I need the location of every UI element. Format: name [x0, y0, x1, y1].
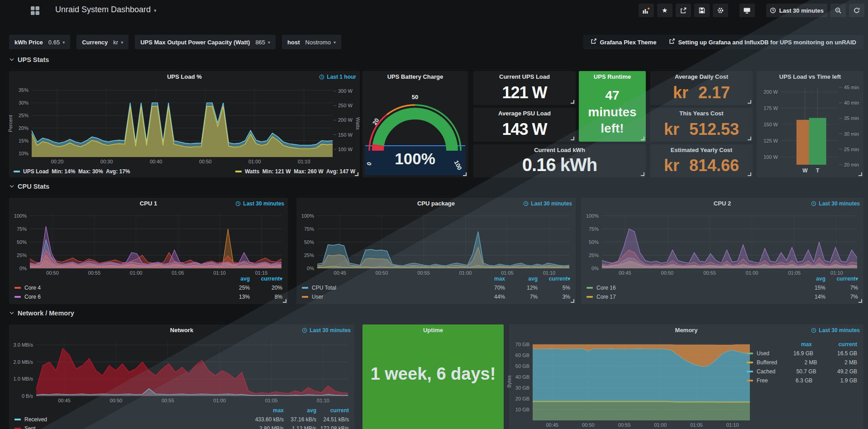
gauge-value-arc	[378, 114, 452, 151]
legend-row[interactable]: Received433.60 kB/s37.16 kB/s24.51 kB/s	[14, 415, 349, 424]
svg-text:1.0 MB/s: 1.0 MB/s	[14, 376, 33, 381]
chevron-down-icon: ▾	[121, 40, 123, 45]
section-ups-stats[interactable]: UPS Stats	[9, 56, 49, 63]
cycle-view-button[interactable]	[739, 4, 755, 17]
svg-text:30 min: 30 min	[844, 131, 859, 137]
svg-text:75%: 75%	[304, 226, 314, 232]
variable-kwh-price[interactable]: kWh Price 0.65▾	[9, 35, 70, 49]
legend-item[interactable]: UPS Load Min: 14% Max: 30% Avg: 17%	[14, 168, 130, 175]
panel-title[interactable]: CPU package Last 30 minutes	[296, 198, 576, 210]
svg-text:45 min: 45 min	[844, 85, 859, 90]
panel-title[interactable]: UPS Runtime	[579, 71, 646, 83]
panel-title[interactable]: Average PSU Load	[473, 108, 576, 119]
svg-text:20 min: 20 min	[844, 162, 859, 167]
panel-time-range[interactable]: Last 30 minutes	[811, 198, 860, 210]
variable-ups-max-output[interactable]: UPS Max Output Power Capacity (Watt) 865…	[135, 35, 276, 49]
section-cpu-stats[interactable]: CPU Stats	[9, 183, 49, 190]
memory-chart[interactable]: 10 GB20 GB30 GB40 GB50 GB60 GB70 GB00:45…	[511, 336, 754, 429]
svg-text:00:55: 00:55	[618, 422, 631, 428]
ups-load-chart[interactable]: 10%15%20%25%30%35%100 W150 W200 W250 W30…	[11, 83, 358, 165]
legend-row[interactable]: Cached50.7 GB49.2 GB	[747, 367, 857, 376]
panel-title[interactable]: Uptime	[362, 324, 504, 336]
legend-row[interactable]: User44%7%3%	[302, 292, 570, 301]
svg-text:25%: 25%	[17, 253, 27, 258]
legend-row[interactable]: Used16.9 GB16.5 GB	[747, 349, 857, 358]
stat-value: 0.16 kWh	[522, 153, 597, 177]
svg-text:01:10: 01:10	[298, 159, 310, 164]
legend-row[interactable]: Sent2.80 MB/s1.12 MB/s172.08 kB/s	[14, 424, 349, 429]
cpu-package-chart[interactable]: 0%25%50%75%100%00:4500:5000:5501:0001:05…	[298, 210, 574, 276]
panel-title[interactable]: Memory Last 30 minutes	[509, 324, 863, 336]
memory-legend[interactable]: maxcurrentUsed16.9 GB16.5 GBBuffered2 MB…	[747, 340, 857, 385]
svg-text:25%: 25%	[19, 113, 29, 118]
svg-text:0%: 0%	[307, 266, 314, 271]
legend-row[interactable]: Buffered2 MB2 MB	[747, 358, 857, 367]
network-legend[interactable]: maxavgcurrentReceived433.60 kB/s37.16 kB…	[14, 406, 349, 429]
chevron-down-icon: ▾	[154, 8, 157, 13]
panel-title[interactable]: CPU 1 Last 30 minutes	[9, 198, 288, 210]
cpu2-legend[interactable]: avgcurrent▾Core 1615%7%Core 1714%7%	[587, 274, 858, 301]
dashboard-links: Grafana Plex Theme Setting up Grafana an…	[583, 35, 863, 49]
panel-title[interactable]: UPS Battery Charge	[362, 71, 468, 83]
time-range-picker[interactable]: Last 30 minutes	[766, 4, 827, 17]
svg-text:100 W: 100 W	[763, 154, 778, 160]
svg-text:00:55: 00:55	[162, 398, 174, 403]
gauge-value: 100%	[395, 150, 435, 167]
clock-icon	[811, 328, 816, 333]
ups-bar-chart[interactable]: 100 W125 W150 W175 W200 W45 min40 min35 …	[758, 83, 862, 176]
panel-title[interactable]: Current UPS Load	[473, 71, 576, 83]
variable-value[interactable]: Nostromo	[305, 39, 331, 46]
panel-title[interactable]: This Years Cost	[650, 108, 753, 119]
save-button[interactable]	[694, 4, 710, 17]
panel-time-range[interactable]: Last 30 minutes	[523, 198, 572, 210]
star-button[interactable]: ★	[657, 4, 672, 17]
clock-icon	[523, 201, 529, 206]
cpu1-legend[interactable]: avgcurrent▾Core 425%20%Core 613%8%	[14, 274, 282, 301]
network-chart[interactable]: 0 B/s1.0 MB/s2.0 MB/s3.0 MB/s00:4500:500…	[11, 336, 353, 403]
legend-row[interactable]: Free6.3 GB1.9 GB	[747, 376, 857, 385]
variable-value[interactable]: 865	[255, 39, 265, 46]
link-grafana-plex-theme[interactable]: Grafana Plex Theme	[591, 38, 656, 46]
apps-grid-icon[interactable]	[31, 6, 39, 17]
settings-button[interactable]	[713, 4, 728, 17]
ups-load-legend[interactable]: UPS Load Min: 14% Max: 30% Avg: 17%Watts…	[14, 168, 355, 175]
share-button[interactable]	[676, 4, 691, 17]
legend-row[interactable]: Core 1714%7%	[587, 292, 858, 301]
legend-row[interactable]: Core 425%20%	[14, 283, 282, 292]
legend-row[interactable]: CPU Total70%12%5%	[302, 283, 570, 292]
variable-host[interactable]: host Nostromo▾	[282, 35, 341, 49]
panel-title[interactable]: UPS Load % Last 1 hour	[9, 71, 360, 83]
section-network-memory[interactable]: Network / Memory	[9, 310, 74, 317]
zoom-out-button[interactable]	[830, 4, 846, 17]
panel-title[interactable]: Network Last 30 minutes	[9, 324, 354, 336]
panel-time-range[interactable]: Last 30 minutes	[302, 324, 351, 336]
dashboard-title[interactable]: Unraid System Dashboard▾	[55, 5, 157, 14]
add-panel-button[interactable]	[639, 4, 654, 17]
panel-time-range[interactable]: Last 30 minutes	[235, 198, 284, 210]
panel-time-range[interactable]: Last 30 minutes	[811, 324, 860, 336]
legend-item[interactable]: Watts Min: 121 W Max: 260 W Avg: 147 W	[235, 168, 355, 175]
panel-cpu1: CPU 1 Last 30 minutes 0%25%50%75%100%00:…	[9, 198, 288, 304]
cpu-package-legend[interactable]: maxavgcurrent▾CPU Total70%12%5%User44%7%…	[302, 274, 570, 301]
variable-currency[interactable]: Currency kr▾	[76, 35, 129, 49]
panel-title[interactable]: CPU 2 Last 30 minutes	[581, 198, 863, 210]
legend-row[interactable]: Core 1615%7%	[587, 283, 858, 292]
panel-title[interactable]: UPS Load vs Time left	[757, 71, 863, 83]
svg-text:01:00: 01:00	[248, 159, 261, 164]
section-title: Network / Memory	[18, 310, 74, 317]
search-icon	[835, 7, 842, 14]
link-label: Setting up Grafana and InfluxDB for UPS …	[678, 39, 856, 46]
variable-value[interactable]: kr	[113, 39, 118, 46]
panel-title[interactable]: Estimated Yearly Cost	[650, 144, 753, 156]
svg-text:30%: 30%	[19, 100, 29, 105]
cpu2-chart[interactable]: 0%25%50%75%100%00:4500:5000:5501:0001:05…	[583, 210, 862, 276]
variable-value[interactable]: 0.65	[48, 39, 60, 46]
panel-time-range[interactable]: Last 1 hour	[319, 71, 356, 83]
svg-text:50 GB: 50 GB	[515, 363, 529, 369]
panel-title[interactable]: Current Load kWh	[473, 144, 646, 156]
panel-title[interactable]: Average Daily Cost	[650, 71, 753, 83]
cpu1-chart[interactable]: 0%25%50%75%100%00:5000:5501:0001:0501:10…	[11, 210, 286, 276]
link-grafana-influxdb-guide[interactable]: Setting up Grafana and InfluxDB for UPS …	[669, 38, 856, 46]
legend-row[interactable]: Core 613%8%	[14, 292, 282, 301]
refresh-button[interactable]	[849, 4, 864, 17]
